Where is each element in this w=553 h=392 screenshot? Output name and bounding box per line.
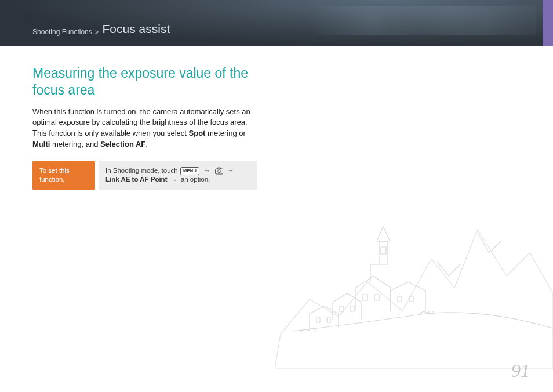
camera-icon	[214, 167, 224, 175]
svg-rect-9	[350, 306, 354, 311]
arrow-icon: →	[228, 167, 234, 174]
svg-rect-7	[409, 296, 413, 302]
body-mid2: metering, and	[50, 140, 100, 148]
page-header: Shooting Functions > Focus assist	[0, 0, 553, 46]
instruction-label: To set this function,	[39, 167, 70, 183]
bold-spot: Spot	[189, 129, 206, 137]
svg-rect-3	[381, 247, 386, 254]
breadcrumb: Shooting Functions >	[32, 28, 100, 36]
breadcrumb-separator: >	[95, 28, 99, 35]
bold-selection-af: Selection AF	[100, 140, 145, 148]
svg-rect-4	[363, 295, 368, 300]
instruction-tail: an option.	[179, 176, 210, 183]
section-heading: Measuring the exposure value of the focu…	[32, 65, 257, 99]
svg-rect-10	[316, 318, 320, 322]
section-title: Focus assist	[103, 22, 170, 36]
svg-rect-11	[327, 318, 330, 322]
arrow-icon: →	[203, 167, 210, 174]
body-text: When this function is turned on, the cam…	[32, 107, 257, 150]
svg-point-2	[217, 170, 220, 173]
bold-multi: Multi	[32, 140, 50, 148]
svg-rect-8	[340, 306, 344, 311]
page-number: 91	[511, 360, 530, 382]
body-mid1: metering or	[205, 129, 245, 137]
body-end: .	[145, 140, 148, 148]
instruction-steps-box: In Shooting mode, touch MENU → → Link AE…	[99, 161, 257, 190]
breadcrumb-category: Shooting Functions	[32, 28, 92, 36]
instruction-row: To set this function, In Shooting mode, …	[32, 161, 257, 190]
instruction-label-box: To set this function,	[32, 161, 95, 190]
svg-rect-6	[398, 296, 402, 302]
arrow-icon: →	[171, 176, 177, 183]
link-ae-option: Link AE to AF Point	[105, 176, 167, 183]
menu-button-icon: MENU	[180, 167, 199, 175]
side-tab	[543, 0, 553, 46]
svg-rect-5	[374, 295, 379, 300]
village-illustration	[275, 195, 553, 369]
instruction-lead: In Shooting mode, touch	[105, 167, 180, 174]
main-content: Measuring the exposure value of the focu…	[0, 46, 290, 190]
